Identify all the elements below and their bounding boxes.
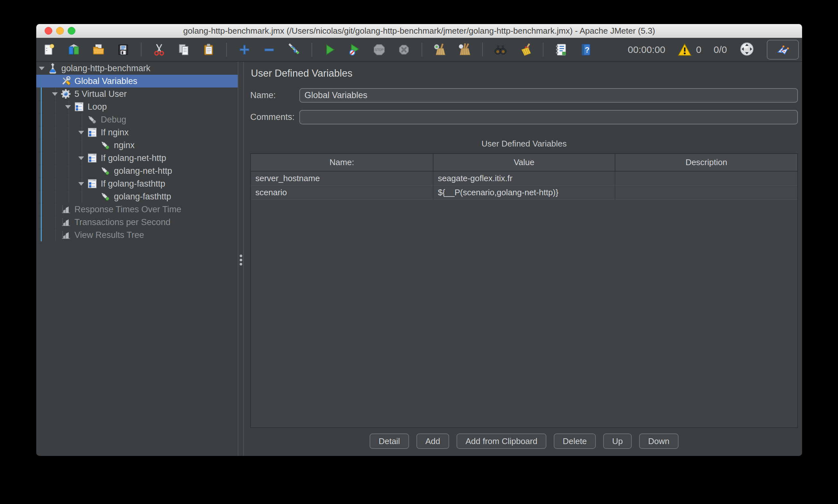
toggle-button[interactable] [287,42,301,57]
up-button[interactable]: Up [603,433,632,449]
cell-variable-name[interactable]: server_hostname [251,171,433,185]
close-window-button[interactable] [45,27,52,35]
collapse-arrow-icon[interactable] [39,67,47,70]
delete-button[interactable]: Delete [554,433,596,449]
shutdown-button[interactable] [397,42,411,57]
variables-table-container: Name: Value Description server_hostname … [250,153,798,428]
open-file-button[interactable] [91,42,106,57]
add-button[interactable]: Add [416,433,449,449]
tree-item-golang-fasthttp[interactable]: golang-fasthttp [36,190,238,203]
paste-button[interactable] [202,42,215,57]
expand-all-button[interactable] [238,42,251,57]
tree-item-label: golang-http-benchmark [61,64,151,73]
listener-chart-icon [60,230,71,240]
collapse-arrow-icon[interactable] [78,131,86,134]
tree-item-view-results-tree[interactable]: View Results Tree [36,229,238,241]
paper-darts-icon [775,43,790,57]
start-no-timers-icon [347,43,362,57]
cell-variable-value[interactable]: seagate-goflex.itix.fr [433,171,615,185]
jmeter-window: golang-http-benchmark.jmx (/Users/nicola… [36,24,802,456]
tree-item-label: If golang-net-http [101,153,166,163]
start-icon [323,43,337,57]
collapse-all-button[interactable] [262,42,276,57]
paste-clipboard-icon [202,43,215,57]
help-button[interactable]: ? [579,42,593,57]
comments-input[interactable] [299,110,798,124]
tree-item-response-times[interactable]: Response Times Over Time [36,203,238,216]
sphere-icon[interactable] [739,41,755,58]
cut-button[interactable] [152,42,166,57]
start-no-timers-button[interactable] [347,42,362,57]
copy-button[interactable] [177,42,191,57]
toolbar-separator [226,43,227,57]
collapse-arrow-icon[interactable] [78,157,86,160]
warning-count: 0 [696,44,702,55]
split-pane-divider[interactable] [238,62,244,456]
detail-button[interactable]: Detail [370,433,409,449]
tree-item-golang-net-http[interactable]: golang-net-http [36,164,238,177]
toolbar-separator [543,43,543,57]
column-header-name: Name: [251,154,433,171]
search-reset-button[interactable] [518,42,532,57]
table-row[interactable]: scenario ${__P(scenario,golang-net-http)… [251,185,797,199]
variables-table-caption: User Defined Variables [250,139,798,149]
toggle-pens-icon [287,43,301,57]
collapse-arrow-icon[interactable] [65,105,73,109]
tree-item-if-golang-fasthttp[interactable]: If golang-fasthttp [36,177,238,190]
test-plan-tree: golang-http-benchmark Global Variables 5… [36,62,238,456]
tree-item-loop[interactable]: Loop [36,100,238,113]
tree-item-label: Global Variables [74,76,137,86]
table-row[interactable]: server_hostname seagate-goflex.itix.fr [251,171,797,185]
tree-item-label: golang-fasthttp [114,192,171,202]
tree-item-debug[interactable]: Debug [36,113,238,126]
active-threads-count: 0/0 [714,44,727,55]
clear-all-broom-icon [457,43,472,57]
templates-button[interactable] [67,42,81,57]
toolbar-extra-button[interactable] [767,40,799,60]
if-controller-icon [87,178,98,189]
splitter-grip-icon[interactable] [240,255,242,266]
tree-item-if-nginx[interactable]: If nginx [36,126,238,139]
sampler-icon [100,191,111,202]
log-warning-counter[interactable]: 0 [678,43,702,56]
page-title: User Defined Variables [251,68,798,79]
toolbar: STOP ? 00:00:00 0 0/0 [36,38,802,62]
reset-broom-icon [518,43,532,57]
tree-item-nginx[interactable]: nginx [36,139,238,152]
column-header-description: Description [615,154,797,171]
cut-scissors-icon [152,43,166,57]
minimize-window-button[interactable] [56,27,64,35]
variables-table: Name: Value Description server_hostname … [251,154,797,200]
function-helper-icon [554,43,568,57]
cell-variable-description[interactable] [615,185,797,199]
window-title: golang-http-benchmark.jmx (/Users/nicola… [183,26,655,36]
tree-item-test-plan[interactable]: golang-http-benchmark [36,62,238,75]
column-header-value: Value [433,154,615,171]
clear-all-button[interactable] [457,42,472,57]
collapse-arrow-icon[interactable] [52,92,60,96]
binoculars-icon [493,43,508,57]
search-button[interactable] [493,42,508,57]
collapse-arrow-icon[interactable] [78,182,86,186]
tree-item-transactions[interactable]: Transactions per Second [36,216,238,229]
tree-item-label: Response Times Over Time [74,204,181,215]
tree-item-thread-group[interactable]: 5 Virtual User [36,88,238,100]
new-file-button[interactable] [42,42,56,57]
tree-item-if-golang-net-http[interactable]: If golang-net-http [36,152,238,164]
cell-variable-description[interactable] [615,171,797,185]
tree-item-label: nginx [114,140,135,150]
start-button[interactable] [323,42,337,57]
cell-variable-value[interactable]: ${__P(scenario,golang-net-http)} [433,185,615,199]
add-from-clipboard-button[interactable]: Add from Clipboard [456,433,546,449]
content-area: golang-http-benchmark Global Variables 5… [36,62,802,456]
name-input[interactable] [299,88,798,103]
cell-variable-name[interactable]: scenario [251,185,433,199]
stop-button[interactable]: STOP [372,42,386,57]
tree-item-global-variables[interactable]: Global Variables [36,75,238,88]
clear-button[interactable] [433,42,447,57]
down-button[interactable]: Down [639,433,678,449]
zoom-window-button[interactable] [68,27,75,35]
save-button[interactable] [116,42,130,57]
function-helper-button[interactable] [554,42,568,57]
listener-chart-icon [60,204,71,215]
